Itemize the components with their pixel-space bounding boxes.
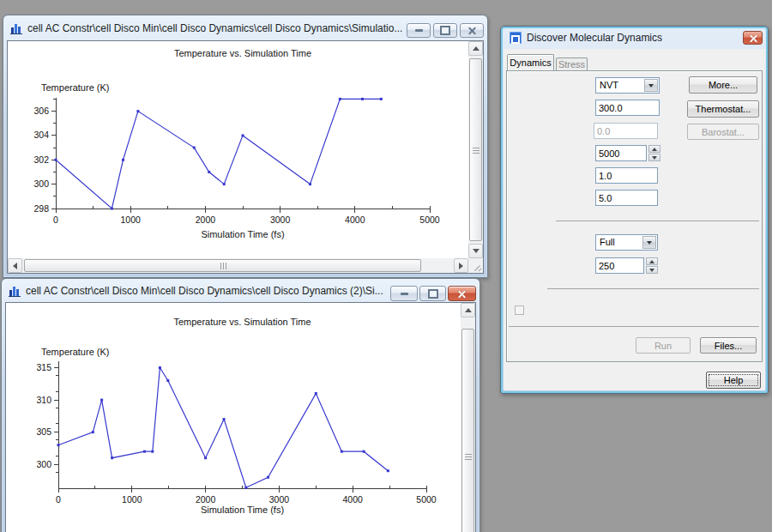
chevron-down-icon	[647, 241, 652, 245]
dialog-title: Discover Molecular Dynamics	[527, 32, 662, 44]
spin-up-button[interactable]	[648, 145, 660, 153]
close-icon	[467, 27, 477, 34]
spin-up-button[interactable]	[646, 257, 658, 265]
scroll-left-button[interactable]	[8, 258, 22, 273]
svg-text:Temperature vs. Simulation Tim: Temperature vs. Simulation Time	[174, 48, 311, 58]
svg-text:310: 310	[36, 395, 51, 405]
svg-text:Temperature (K): Temperature (K)	[41, 347, 109, 357]
temperature-chart-2: Temperature vs. Simulation TimeTemperatu…	[6, 303, 461, 532]
group-divider	[547, 288, 759, 289]
down-arrow-icon	[649, 269, 654, 272]
up-arrow-icon	[465, 308, 472, 312]
number-of-steps-field[interactable]	[595, 145, 647, 161]
use-restart-data-checkbox	[515, 305, 524, 315]
scroll-up-button[interactable]	[461, 303, 475, 317]
close-icon	[749, 34, 757, 42]
window1-client-area: Temperature vs. Simulation TimeTemperatu…	[7, 40, 484, 274]
close-button[interactable]	[460, 23, 484, 38]
thermostat-button[interactable]: Thermostat...	[687, 100, 759, 118]
svg-text:2000: 2000	[196, 215, 216, 225]
discover-molecular-dynamics-dialog: Discover Molecular Dynamics Dynamics Str…	[500, 26, 769, 394]
chart-window-2: cell AC Constr\cell Disco Min\cell Disco…	[1, 278, 480, 532]
svg-text:0: 0	[53, 215, 58, 225]
svg-text:298: 298	[33, 203, 49, 214]
tab-stress[interactable]: Stress	[556, 57, 588, 70]
thumb-grip	[223, 263, 224, 269]
temperature-field[interactable]	[595, 100, 660, 116]
down-arrow-icon	[473, 249, 479, 253]
svg-text:300: 300	[33, 178, 49, 189]
up-arrow-icon	[652, 148, 657, 151]
svg-text:304: 304	[33, 130, 49, 140]
app-logo-icon	[510, 32, 522, 44]
divider	[509, 326, 759, 327]
up-arrow-icon	[649, 260, 654, 263]
frame-output-field[interactable]	[595, 257, 644, 274]
chevron-down-icon	[648, 84, 654, 88]
dynamics-time-field[interactable]	[595, 190, 658, 206]
svg-text:1000: 1000	[122, 494, 142, 505]
frame-output-stepper[interactable]	[646, 257, 658, 274]
window2-title: cell AC Constr\cell Disco Min\cell Disco…	[26, 285, 383, 297]
left-arrow-icon	[13, 263, 17, 269]
svg-text:Simulation Time (fs): Simulation Time (fs)	[201, 229, 284, 239]
svg-text:3000: 3000	[270, 215, 291, 225]
svg-text:315: 315	[36, 362, 51, 372]
up-arrow-icon	[473, 46, 479, 51]
scroll-right-button[interactable]	[454, 258, 468, 273]
svg-text:4000: 4000	[345, 215, 365, 225]
down-arrow-icon	[652, 156, 657, 160]
svg-text:1000: 1000	[121, 215, 142, 225]
dropdown-button[interactable]	[644, 79, 658, 92]
svg-text:Temperature (K): Temperature (K)	[41, 82, 109, 93]
ensemble-value: NVT	[600, 80, 618, 90]
close-icon	[457, 290, 467, 298]
close-button[interactable]	[448, 286, 476, 301]
save-value: Full	[600, 237, 615, 247]
tab-dynamics[interactable]: Dynamics	[507, 54, 554, 70]
window2-client-area: Temperature vs. Simulation TimeTemperatu…	[5, 302, 476, 532]
scrollbar-thumb[interactable]	[461, 329, 474, 532]
vertical-scrollbar[interactable]	[468, 41, 483, 258]
help-button[interactable]: Help	[706, 372, 761, 389]
barostat-button: Barostat...	[687, 124, 759, 140]
save-select[interactable]: Full	[595, 234, 658, 251]
svg-text:Simulation Time (fs): Simulation Time (fs)	[201, 505, 284, 515]
temperature-chart-1: Temperature vs. Simulation TimeTemperatu…	[8, 41, 468, 258]
svg-text:302: 302	[33, 154, 49, 165]
scrollbar-thumb[interactable]	[469, 58, 482, 241]
restore-button[interactable]	[419, 286, 446, 301]
svg-text:Temperature vs. Simulation Tim: Temperature vs. Simulation Time	[173, 317, 311, 327]
svg-text:5000: 5000	[416, 494, 437, 505]
bar-chart-icon	[10, 22, 23, 34]
restore-button[interactable]	[433, 23, 457, 38]
vertical-scrollbar[interactable]	[461, 303, 475, 532]
minimize-icon	[401, 293, 408, 295]
time-step-field[interactable]	[595, 167, 658, 184]
scroll-up-button[interactable]	[468, 41, 483, 56]
svg-text:0: 0	[56, 494, 61, 505]
svg-text:5000: 5000	[419, 215, 440, 225]
thumb-grip	[465, 456, 472, 457]
minimize-button[interactable]	[407, 23, 431, 38]
thumb-grip	[473, 150, 479, 151]
right-arrow-icon	[459, 263, 463, 269]
scroll-down-button[interactable]	[468, 244, 483, 258]
ensemble-select[interactable]: NVT	[595, 77, 660, 94]
dropdown-button[interactable]	[642, 236, 656, 249]
resize-grip[interactable]	[468, 258, 483, 273]
chart-window-1: cell AC Constr\cell Disco Min\cell Disco…	[3, 15, 488, 278]
dialog-close-button[interactable]	[743, 31, 763, 45]
scrollbar-thumb[interactable]	[24, 259, 421, 272]
spin-down-button[interactable]	[648, 154, 660, 161]
horizontal-scrollbar[interactable]	[8, 258, 468, 273]
number-of-steps-stepper[interactable]	[648, 145, 660, 161]
more-button[interactable]: More...	[689, 76, 757, 94]
minimize-button[interactable]	[390, 286, 418, 301]
pressure-field	[594, 123, 658, 139]
window1-title: cell AC Constr\cell Disco Min\cell Disco…	[27, 22, 402, 34]
svg-text:300: 300	[36, 459, 51, 469]
bar-chart-icon	[9, 285, 21, 297]
files-button[interactable]: Files...	[700, 337, 757, 354]
spin-down-button[interactable]	[646, 266, 658, 274]
